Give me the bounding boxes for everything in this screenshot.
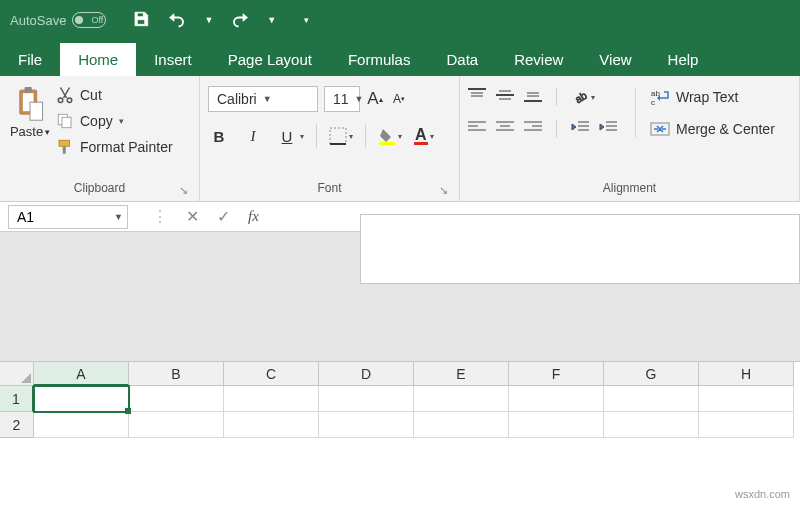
cell-h1[interactable]: [699, 386, 794, 412]
align-middle-button[interactable]: [496, 88, 514, 106]
svg-point-6: [58, 98, 63, 103]
tab-home[interactable]: Home: [60, 43, 136, 76]
cell-f2[interactable]: [509, 412, 604, 438]
merge-center-button[interactable]: Merge & Center: [650, 120, 775, 138]
svg-text:c: c: [651, 98, 655, 106]
increase-indent-button[interactable]: [599, 120, 617, 138]
worksheet-grid[interactable]: A B C D E F G H 1 2: [0, 362, 800, 438]
decrease-indent-button[interactable]: [571, 120, 589, 138]
wrap-text-label: Wrap Text: [676, 89, 739, 105]
merge-center-label: Merge & Center: [676, 121, 775, 137]
row-header-2[interactable]: 2: [0, 412, 34, 438]
column-header-b[interactable]: B: [129, 362, 224, 386]
cell-d2[interactable]: [319, 412, 414, 438]
formula-bar-expanded-area: [0, 232, 800, 362]
cell-a2[interactable]: [34, 412, 129, 438]
borders-icon: [329, 127, 347, 145]
svg-rect-0: [138, 13, 144, 17]
tab-insert[interactable]: Insert: [136, 43, 210, 76]
font-dialog-launcher-icon[interactable]: ↘: [437, 184, 449, 196]
column-header-e[interactable]: E: [414, 362, 509, 386]
cell-b2[interactable]: [129, 412, 224, 438]
autosave-label: AutoSave: [10, 13, 66, 28]
wrap-text-button[interactable]: abc Wrap Text: [650, 88, 775, 106]
align-bottom-button[interactable]: [524, 88, 542, 106]
cut-button[interactable]: Cut: [56, 86, 173, 104]
cell-e1[interactable]: [414, 386, 509, 412]
font-size-combo[interactable]: 11▼: [324, 86, 360, 112]
row-header-1[interactable]: 1: [0, 386, 34, 412]
italic-button[interactable]: I: [242, 125, 264, 147]
select-all-corner[interactable]: [0, 362, 34, 386]
svg-rect-10: [59, 140, 70, 146]
tab-help[interactable]: Help: [650, 43, 717, 76]
ribbon-tabs: File Home Insert Page Layout Formulas Da…: [0, 40, 800, 76]
format-painter-label: Format Painter: [80, 139, 173, 155]
group-label-font: Font ↘: [208, 179, 451, 199]
cell-b1[interactable]: [129, 386, 224, 412]
insert-function-icon[interactable]: fx: [248, 208, 259, 225]
svg-rect-5: [30, 102, 43, 120]
enter-formula-icon[interactable]: ✓: [217, 207, 230, 226]
undo-icon[interactable]: [168, 10, 186, 31]
tab-formulas[interactable]: Formulas: [330, 43, 429, 76]
svg-rect-14: [379, 142, 395, 145]
redo-icon[interactable]: [231, 10, 249, 31]
align-center-button[interactable]: [496, 120, 514, 138]
svg-rect-4: [25, 87, 32, 92]
cell-c1[interactable]: [224, 386, 319, 412]
tab-review[interactable]: Review: [496, 43, 581, 76]
group-label-clipboard: Clipboard ↘: [8, 179, 191, 199]
column-header-c[interactable]: C: [224, 362, 319, 386]
cell-h2[interactable]: [699, 412, 794, 438]
qat-customize-icon[interactable]: ▾: [304, 15, 309, 25]
tab-file[interactable]: File: [0, 43, 60, 76]
orientation-button[interactable]: ab▾: [571, 90, 595, 104]
column-header-a[interactable]: A: [34, 362, 129, 386]
cell-d1[interactable]: [319, 386, 414, 412]
align-top-button[interactable]: [468, 88, 486, 106]
fill-color-button[interactable]: ▾: [378, 127, 402, 145]
tab-view[interactable]: View: [581, 43, 649, 76]
font-name-combo[interactable]: Calibri▼: [208, 86, 318, 112]
copy-icon: [56, 112, 74, 130]
fill-color-icon: [378, 127, 396, 145]
column-header-f[interactable]: F: [509, 362, 604, 386]
name-box[interactable]: A1▼: [8, 205, 128, 229]
grow-font-button[interactable]: A▴: [366, 90, 384, 108]
shrink-font-button[interactable]: A▾: [390, 90, 408, 108]
format-painter-button[interactable]: Format Painter: [56, 138, 173, 156]
autosave-toggle[interactable]: AutoSave Off: [10, 12, 106, 28]
copy-button[interactable]: Copy ▾: [56, 112, 173, 130]
formula-input[interactable]: [360, 214, 800, 284]
svg-point-7: [67, 98, 72, 103]
clipboard-dialog-launcher-icon[interactable]: ↘: [177, 184, 189, 196]
cell-f1[interactable]: [509, 386, 604, 412]
cell-c2[interactable]: [224, 412, 319, 438]
bold-button[interactable]: B: [208, 125, 230, 147]
column-header-h[interactable]: H: [699, 362, 794, 386]
cut-icon: [56, 86, 74, 104]
cancel-formula-icon[interactable]: ✕: [186, 207, 199, 226]
cell-e2[interactable]: [414, 412, 509, 438]
cell-g2[interactable]: [604, 412, 699, 438]
align-left-button[interactable]: [468, 120, 486, 138]
tab-page-layout[interactable]: Page Layout: [210, 43, 330, 76]
svg-rect-11: [63, 146, 66, 154]
save-icon[interactable]: [132, 10, 150, 31]
align-right-button[interactable]: [524, 120, 542, 138]
cell-g1[interactable]: [604, 386, 699, 412]
column-header-g[interactable]: G: [604, 362, 699, 386]
cell-a1[interactable]: [34, 386, 129, 412]
tab-data[interactable]: Data: [428, 43, 496, 76]
undo-dropdown-icon[interactable]: ▼: [204, 15, 213, 25]
quick-access-toolbar: ▼ ▼ ▾: [132, 10, 309, 31]
merge-center-icon: [650, 120, 670, 138]
underline-button[interactable]: U▾: [276, 125, 304, 147]
font-color-button[interactable]: A ▾: [414, 128, 434, 145]
borders-button[interactable]: ▾: [329, 127, 353, 145]
group-label-alignment: Alignment: [468, 179, 791, 199]
paste-button[interactable]: Paste▾: [8, 80, 52, 139]
column-header-d[interactable]: D: [319, 362, 414, 386]
redo-dropdown-icon[interactable]: ▼: [267, 15, 276, 25]
